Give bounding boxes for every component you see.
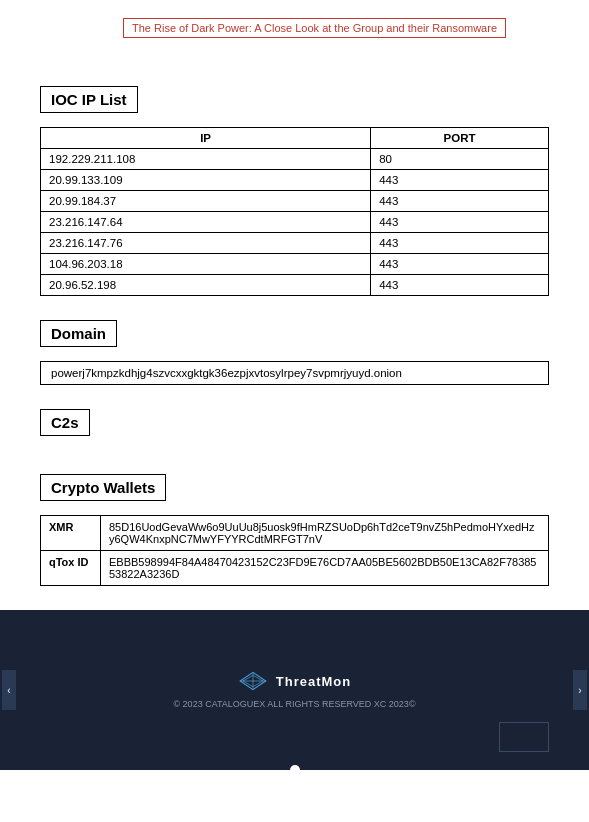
crypto-label-cell: XMR [41, 516, 101, 551]
crypto-wallets-section: Crypto Wallets XMR85D16UodGevaWw6o9UuUu8… [40, 474, 549, 586]
c2s-heading: C2s [40, 409, 90, 436]
footer-copyright: © 2023 CATALOGUEX ALL RIGHTS RESERVED XC… [173, 699, 415, 709]
ip-cell: 23.216.147.64 [41, 212, 371, 233]
ip-cell: 20.96.52.198 [41, 275, 371, 296]
crypto-value-cell: EBBB598994F84A48470423152C23FD9E76CD7AA0… [101, 551, 549, 586]
page-wrapper: The Rise of Dark Power: A Close Look at … [0, 0, 589, 822]
ioc-ip-section: IOC IP List IP PORT 192.229.211.1088020.… [40, 86, 549, 296]
domain-heading: Domain [40, 320, 117, 347]
article-title-area: The Rise of Dark Power: A Close Look at … [0, 0, 589, 66]
ip-cell: 192.229.211.108 [41, 149, 371, 170]
crypto-row: XMR85D16UodGevaWw6o9UuUu8j5uosk9fHmRZSUo… [41, 516, 549, 551]
crypto-value-cell: 85D16UodGevaWw6o9UuUu8j5uosk9fHmRZSUoDp6… [101, 516, 549, 551]
c2s-section: C2s [40, 409, 549, 450]
port-cell: 443 [371, 212, 549, 233]
port-cell: 80 [371, 149, 549, 170]
table-row: 192.229.211.10880 [41, 149, 549, 170]
ip-cell: 23.216.147.76 [41, 233, 371, 254]
ioc-section-heading: IOC IP List [40, 86, 138, 113]
port-cell: 443 [371, 191, 549, 212]
table-row: 20.96.52.198443 [41, 275, 549, 296]
crypto-heading: Crypto Wallets [40, 474, 166, 501]
port-cell: 443 [371, 275, 549, 296]
footer-box [499, 722, 549, 752]
table-row: 20.99.184.37443 [41, 191, 549, 212]
port-cell: 443 [371, 254, 549, 275]
port-cell: 443 [371, 170, 549, 191]
crypto-row: qTox IDEBBB598994F84A48470423152C23FD9E7… [41, 551, 549, 586]
footer-logo-text: ThreatMon [276, 674, 351, 689]
table-row: 104.96.203.18443 [41, 254, 549, 275]
crypto-label-cell: qTox ID [41, 551, 101, 586]
domain-value: powerj7kmpzkdhjg4szvcxxgktgk36ezpjxvtosy… [40, 361, 549, 385]
nav-arrow-right[interactable]: › [573, 670, 587, 710]
port-cell: 443 [371, 233, 549, 254]
content-area: IOC IP List IP PORT 192.229.211.1088020.… [0, 66, 589, 586]
ip-column-header: IP [41, 128, 371, 149]
article-title: The Rise of Dark Power: A Close Look at … [123, 18, 506, 38]
ioc-table: IP PORT 192.229.211.1088020.99.133.10944… [40, 127, 549, 296]
crypto-table: XMR85D16UodGevaWw6o9UuUu8j5uosk9fHmRZSUo… [40, 515, 549, 586]
table-row: 23.216.147.76443 [41, 233, 549, 254]
domain-section: Domain powerj7kmpzkdhjg4szvcxxgktgk36ezp… [40, 320, 549, 385]
ip-cell: 104.96.203.18 [41, 254, 371, 275]
table-row: 23.216.147.64443 [41, 212, 549, 233]
nav-arrow-left[interactable]: ‹ [2, 670, 16, 710]
threatmon-logo-icon [238, 671, 268, 691]
port-column-header: PORT [371, 128, 549, 149]
ip-cell: 20.99.133.109 [41, 170, 371, 191]
footer-logo: ThreatMon [238, 671, 351, 691]
table-row: 20.99.133.109443 [41, 170, 549, 191]
scroll-indicator [290, 765, 300, 775]
ip-cell: 20.99.184.37 [41, 191, 371, 212]
dark-footer: ‹ › ThreatMon © 2023 CATALOGUEX ALL RIGH… [0, 610, 589, 770]
